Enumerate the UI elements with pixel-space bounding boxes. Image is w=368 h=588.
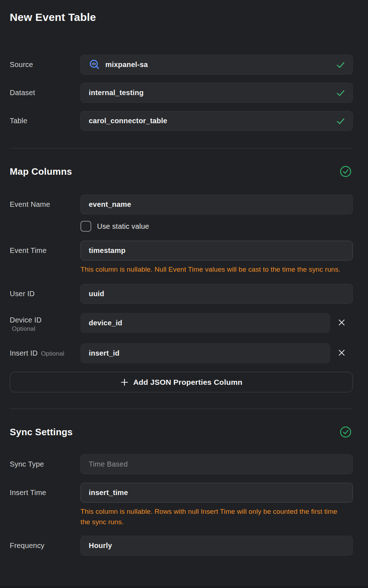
frequency-row: Frequency Hourly xyxy=(10,536,353,556)
use-static-value-row: Use static value xyxy=(10,220,353,232)
add-json-button-label: Add JSON Properties Column xyxy=(133,378,242,387)
insert-id-label: Insert ID xyxy=(10,349,38,357)
user-id-label: User ID xyxy=(10,284,80,304)
sync-type-select: Time Based xyxy=(80,454,353,474)
dataset-label: Dataset xyxy=(10,83,80,103)
table-row: Table carol_connector_table xyxy=(10,111,353,131)
map-columns-heading: Map Columns xyxy=(10,165,72,178)
user-id-value: uuid xyxy=(89,290,345,298)
user-id-select[interactable]: uuid xyxy=(80,284,353,304)
table-value: carol_connector_table xyxy=(89,117,332,125)
insert-time-row: Insert Time insert_time This column is n… xyxy=(10,483,353,527)
use-static-value-checkbox[interactable] xyxy=(80,221,91,232)
event-name-value: event_name xyxy=(89,200,345,209)
add-json-properties-column-button[interactable]: Add JSON Properties Column xyxy=(10,372,353,392)
sync-type-label: Sync Type xyxy=(10,454,80,474)
source-select[interactable]: mixpanel-sa xyxy=(80,55,353,75)
map-columns-header: Map Columns xyxy=(10,165,353,178)
sync-type-value: Time Based xyxy=(89,460,345,468)
insert-id-row: Insert IDOptional insert_id xyxy=(10,343,353,364)
sync-settings-heading: Sync Settings xyxy=(10,426,73,438)
device-id-label: Device ID xyxy=(10,315,80,325)
dataset-select[interactable]: internal_testing xyxy=(80,83,353,103)
use-static-value-label: Use static value xyxy=(97,222,149,231)
insert-id-remove-button[interactable] xyxy=(330,343,353,363)
dataset-valid-check-icon xyxy=(336,88,345,98)
dataset-value: internal_testing xyxy=(89,89,332,97)
insert-time-nullable-warning: This column is nullable. Rows with null … xyxy=(80,506,348,527)
device-id-value: device_id xyxy=(89,319,323,327)
plus-icon xyxy=(120,378,129,387)
sync-settings-header: Sync Settings xyxy=(10,426,353,438)
table-label: Table xyxy=(10,111,80,131)
frequency-select[interactable]: Hourly xyxy=(80,536,353,556)
insert-time-select[interactable]: insert_time xyxy=(80,483,353,503)
close-icon xyxy=(338,349,346,358)
source-row: Source mixpanel-sa xyxy=(10,55,353,75)
event-name-select[interactable]: event_name xyxy=(80,195,353,214)
device-id-remove-button[interactable] xyxy=(330,313,353,333)
sync-type-row: Sync Type Time Based xyxy=(10,454,353,474)
source-valid-check-icon xyxy=(336,60,345,70)
new-event-table-form: New Event Table Source mixpanel-sa xyxy=(0,11,368,556)
event-time-nullable-warning: This column is nullable. Null Event Time… xyxy=(80,264,348,275)
frequency-value: Hourly xyxy=(89,542,345,550)
insert-time-value: insert_time xyxy=(89,489,345,497)
insert-time-label: Insert Time xyxy=(10,483,80,503)
event-time-label: Event Time xyxy=(10,241,80,260)
table-valid-check-icon xyxy=(336,116,345,126)
table-select[interactable]: carol_connector_table xyxy=(80,111,353,131)
source-value: mixpanel-sa xyxy=(105,61,332,69)
event-time-select[interactable]: timestamp xyxy=(80,241,353,260)
device-id-optional-label: Optional xyxy=(10,325,80,333)
device-id-row: Device ID Optional device_id xyxy=(10,313,353,333)
page-title: New Event Table xyxy=(10,11,353,24)
dataset-row: Dataset internal_testing xyxy=(10,83,353,103)
sync-settings-complete-icon xyxy=(339,426,352,438)
user-id-row: User ID uuid xyxy=(10,284,353,304)
event-time-value: timestamp xyxy=(89,246,345,255)
insert-id-select[interactable]: insert_id xyxy=(80,343,330,363)
event-time-row: Event Time timestamp This column is null… xyxy=(10,241,353,275)
frequency-label: Frequency xyxy=(10,536,80,556)
map-columns-complete-icon xyxy=(339,165,352,178)
close-icon xyxy=(338,318,346,328)
insert-id-value: insert_id xyxy=(89,349,323,357)
section-divider xyxy=(10,409,353,409)
device-id-select[interactable]: device_id xyxy=(80,313,330,333)
event-name-row: Event Name event_name xyxy=(10,195,353,214)
source-label: Source xyxy=(10,55,80,75)
bottom-edge xyxy=(0,586,368,588)
insert-id-optional-label: Optional xyxy=(41,350,64,357)
event-name-label: Event Name xyxy=(10,195,80,214)
section-divider xyxy=(10,148,353,148)
analytics-source-icon xyxy=(89,59,100,71)
